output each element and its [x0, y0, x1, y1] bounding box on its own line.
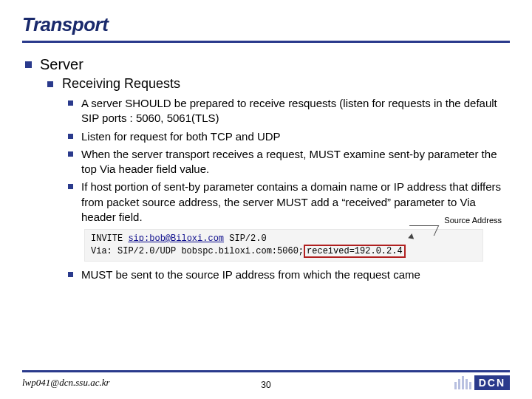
- sip-code-block: Source Address INVITE sip:bob@Biloxi.com…: [84, 229, 483, 262]
- slide-title: Transport: [22, 13, 510, 36]
- footer-row: lwp041@dcn.ssu.ac.kr 30 DCN: [22, 375, 510, 390]
- bullet-l3-last: MUST be sent to the source IP address fr…: [68, 267, 510, 282]
- bullet-l3-1: Listen for request for both TCP and UDP: [68, 129, 510, 144]
- received-param-box: received=192.0.2.4: [304, 245, 406, 258]
- footer-email: lwp041@dcn.ssu.ac.kr: [22, 377, 109, 389]
- bullet-l2-receiving: Receiving Requests A server SHOULD be pr…: [46, 76, 510, 282]
- footer: lwp041@dcn.ssu.ac.kr 30 DCN: [22, 370, 510, 390]
- content-area: Server Receiving Requests A server SHOUL…: [22, 43, 510, 282]
- dcn-bars-icon: [454, 376, 471, 389]
- code-l1-pre: INVITE: [91, 233, 128, 244]
- code-l2-pre: Via: SIP/2.0/UDP bobspc.biloxi.com:5060;: [91, 246, 304, 256]
- bullet-l1-text: Server: [40, 56, 83, 72]
- bullet-l3-0: A server SHOULD be prepared to receive r…: [68, 96, 510, 126]
- code-l1-post: SIP/2.0: [224, 233, 267, 244]
- bullet-l3-3: If host portion of sent-by parameter con…: [68, 180, 510, 225]
- sip-uri-link[interactable]: sip:bob@Biloxi.com: [128, 233, 224, 244]
- footer-rule: [22, 370, 510, 372]
- source-address-label: Source Address: [444, 215, 502, 226]
- bullet-l1-server: Server Receiving Requests A server SHOUL…: [22, 56, 510, 282]
- code-line-2: Via: SIP/2.0/UDP bobspc.biloxi.com:5060;…: [91, 245, 477, 258]
- page-number: 30: [261, 380, 270, 390]
- dcn-logo: DCN: [454, 375, 510, 390]
- dcn-logo-text: DCN: [474, 375, 510, 390]
- slide: Transport Server Receiving Requests A se…: [0, 0, 532, 399]
- bullet-l2-text: Receiving Requests: [62, 76, 180, 91]
- bullet-l3-2: When the server transport receives a req…: [68, 147, 510, 177]
